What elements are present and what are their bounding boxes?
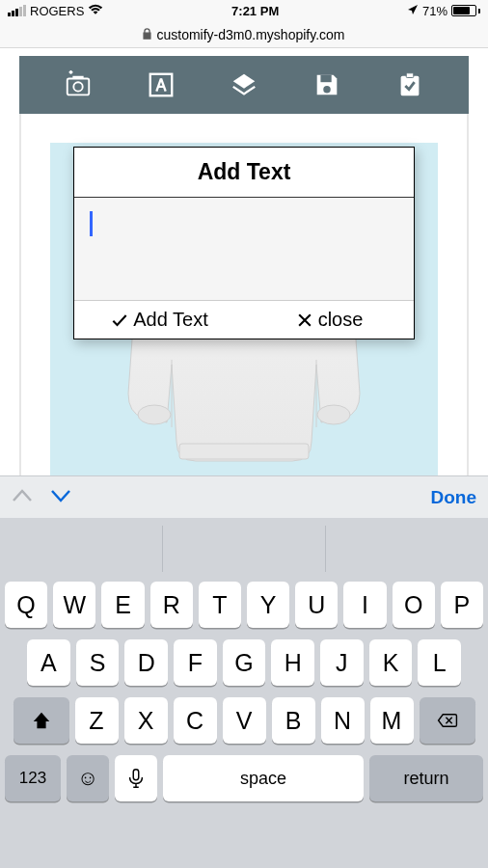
signal-icon [8,5,26,16]
key-k[interactable]: K [369,639,413,686]
save-icon[interactable] [308,66,346,104]
close-label: close [318,309,364,331]
key-r[interactable]: R [150,582,193,628]
svg-point-7 [138,405,171,424]
layers-icon[interactable] [225,66,263,104]
key-j[interactable]: J [320,639,364,686]
url-text: customify-d3m0.myshopify.com [156,27,344,42]
suggestion-slot[interactable] [0,526,163,572]
key-m[interactable]: M [370,697,414,744]
prev-field-icon[interactable] [12,489,33,506]
key-h[interactable]: H [271,639,314,686]
svg-rect-10 [133,770,139,780]
mic-key[interactable] [115,755,157,801]
svg-point-1 [73,82,82,91]
key-d[interactable]: D [124,639,168,686]
battery-icon [451,5,480,16]
suggestion-slot[interactable] [163,526,326,572]
key-e[interactable]: E [101,582,144,628]
status-bar: ROGERS 7:21 PM 71% [0,0,488,21]
key-i[interactable]: I [343,582,386,628]
svg-rect-9 [179,444,309,459]
keyboard-row-4: 123 ☺ space return [0,755,488,801]
backspace-key[interactable] [420,697,475,744]
lock-icon [143,27,151,42]
key-f[interactable]: F [174,639,217,686]
close-button[interactable]: close [244,309,414,331]
carrier-label: ROGERS [30,4,84,18]
return-key[interactable]: return [369,755,483,801]
editor-toolbar [19,56,469,114]
browser-url-bar[interactable]: customify-d3m0.myshopify.com [0,21,488,48]
svg-point-4 [323,86,331,94]
suggestions-bar [0,526,488,572]
shift-key[interactable] [14,697,69,744]
key-l[interactable]: L [418,639,461,686]
space-key[interactable]: space [163,755,364,801]
key-c[interactable]: C [174,697,217,744]
time-label: 7:21 PM [231,4,279,18]
keyboard: Q W E R T Y U I O P A S D F G H J K L Z … [0,518,488,868]
svg-rect-6 [406,73,414,78]
keyboard-row-3: Z X C V B N M [0,697,488,744]
confirm-icon[interactable] [391,66,429,104]
key-z[interactable]: Z [75,697,119,744]
key-v[interactable]: V [223,697,266,744]
key-t[interactable]: T [199,582,241,628]
svg-rect-2 [150,74,173,96]
next-field-icon[interactable] [50,489,71,506]
key-x[interactable]: X [124,697,168,744]
done-button[interactable]: Done [431,487,477,508]
keyboard-row-1: Q W E R T Y U I O P [0,582,488,628]
key-b[interactable]: B [272,697,315,744]
numeric-key[interactable]: 123 [5,755,61,801]
add-text-label: Add Text [133,309,207,331]
key-o[interactable]: O [393,582,435,628]
svg-rect-0 [145,33,151,39]
text-input[interactable] [74,198,414,300]
emoji-key[interactable]: ☺ [67,755,109,801]
key-n[interactable]: N [321,697,365,744]
key-q[interactable]: Q [5,582,47,628]
add-image-icon[interactable] [59,66,97,104]
svg-point-8 [317,405,350,424]
key-a[interactable]: A [27,639,70,686]
key-s[interactable]: S [76,639,120,686]
key-g[interactable]: G [223,639,266,686]
location-icon [407,4,419,18]
key-w[interactable]: W [53,582,95,628]
key-y[interactable]: Y [247,582,289,628]
text-icon[interactable] [142,66,180,104]
add-text-modal: Add Text Add Text close [73,147,415,339]
battery-percent: 71% [422,4,447,18]
add-text-button[interactable]: Add Text [74,309,244,331]
key-p[interactable]: P [441,582,483,628]
key-u[interactable]: U [295,582,338,628]
suggestion-slot[interactable] [326,526,488,572]
wifi-icon [88,4,103,18]
keyboard-toolbar: Done [0,475,488,518]
svg-rect-5 [401,76,420,96]
keyboard-row-2: A S D F G H J K L [0,639,488,686]
modal-title: Add Text [74,148,414,198]
text-cursor [90,211,93,236]
svg-rect-3 [320,75,331,83]
